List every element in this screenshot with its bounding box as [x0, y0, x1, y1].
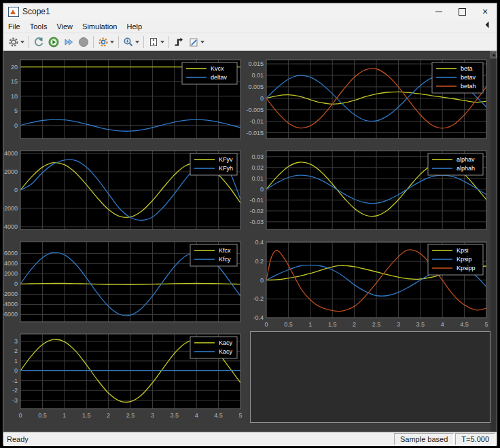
menu-help[interactable]: Help — [122, 20, 147, 33]
svg-text:2.5: 2.5 — [372, 321, 381, 328]
svg-text:5: 5 — [484, 321, 488, 328]
scroll-up-button[interactable] — [490, 51, 497, 58]
svg-text:0: 0 — [14, 280, 18, 287]
svg-text:-0.01: -0.01 — [249, 197, 264, 204]
trigger-step-icon — [173, 37, 184, 48]
svg-text:2.5: 2.5 — [126, 412, 135, 419]
scale-axes-button[interactable] — [146, 34, 166, 50]
measurements-button[interactable] — [186, 34, 207, 50]
run-icon — [48, 37, 59, 48]
svg-text:3: 3 — [151, 412, 154, 419]
plot-kvcx-deltav[interactable]: 05101520Kvcxdeltav — [3, 55, 247, 145]
svg-text:1: 1 — [14, 358, 18, 365]
svg-text:Kacy: Kacy — [219, 348, 233, 355]
scope-app-icon — [8, 7, 19, 17]
step-back-icon — [33, 37, 44, 48]
status-message: Ready — [3, 435, 394, 443]
scope-window: Scope1 × File Tools View Simulation Help — [3, 3, 497, 445]
minimize-button[interactable] — [427, 3, 450, 20]
plot-kfyv-kfyh[interactable]: -4000-2000020004000KFyvKFyh — [3, 146, 247, 236]
minimize-icon — [435, 12, 442, 12]
svg-text:-2000: -2000 — [3, 205, 18, 212]
svg-text:0: 0 — [260, 277, 264, 284]
svg-text:3: 3 — [397, 321, 400, 328]
pencil-pad-icon — [188, 37, 199, 48]
svg-text:deltav: deltav — [211, 74, 228, 81]
svg-text:0: 0 — [14, 187, 18, 193]
svg-text:Kpsi: Kpsi — [457, 247, 469, 254]
menu-simulation[interactable]: Simulation — [77, 20, 122, 33]
step-forward-icon — [63, 37, 74, 48]
plot-kpsi-kpsip-kpsipp[interactable]: -0.4-0.200.20.400.511.522.533.544.55Kpsi… — [245, 237, 491, 329]
svg-text:2: 2 — [14, 348, 18, 354]
svg-text:0.005: 0.005 — [248, 83, 264, 90]
zoom-button[interactable] — [121, 34, 141, 50]
svg-text:0.02: 0.02 — [251, 164, 264, 171]
screen: { "window": { "title": "Scope1" }, "menu… — [0, 0, 500, 448]
svg-text:1: 1 — [308, 321, 312, 328]
svg-text:5: 5 — [238, 412, 242, 419]
stop-button[interactable] — [76, 34, 91, 50]
window-title: Scope1 — [22, 7, 50, 16]
svg-text:0.2: 0.2 — [255, 258, 264, 265]
toolbar — [3, 33, 497, 51]
menu-view[interactable]: View — [52, 20, 77, 33]
maximize-icon — [459, 8, 466, 16]
svg-text:-0.4: -0.4 — [253, 314, 264, 321]
svg-text:betah: betah — [461, 83, 476, 90]
menu-tools[interactable]: Tools — [25, 20, 52, 33]
maximize-button[interactable] — [450, 3, 474, 20]
svg-text:3.5: 3.5 — [171, 412, 179, 419]
svg-text:KFyh: KFyh — [219, 165, 233, 172]
canvas-scrollbar[interactable] — [490, 51, 497, 432]
step-forward-button[interactable] — [61, 34, 76, 50]
svg-text:3: 3 — [14, 338, 18, 345]
plot-kacy[interactable]: -3-2-1012300.511.522.533.544.55KacyKacy — [3, 329, 247, 422]
dock-arrow-icon[interactable] — [486, 22, 493, 29]
svg-text:KFyv: KFyv — [219, 156, 233, 163]
svg-text:20: 20 — [11, 64, 18, 71]
svg-text:2: 2 — [353, 321, 356, 328]
empty-display-panel[interactable] — [250, 331, 490, 423]
svg-text:-0.02: -0.02 — [249, 208, 264, 214]
svg-text:0: 0 — [260, 186, 264, 193]
plot-kfcx-kfcy[interactable]: -6000-4000-20000200040006000KfcxKfcy — [3, 237, 247, 328]
svg-text:0: 0 — [14, 122, 18, 129]
svg-text:1: 1 — [62, 412, 66, 419]
svg-text:0.015: 0.015 — [248, 60, 264, 67]
svg-text:0: 0 — [18, 412, 22, 419]
svg-text:1.5: 1.5 — [328, 321, 337, 328]
svg-text:-3: -3 — [12, 397, 18, 404]
svg-text:4: 4 — [441, 321, 444, 328]
svg-text:-0.03: -0.03 — [249, 219, 264, 225]
plot-beta-betav-betah[interactable]: -0.015-0.01-0.00500.0050.010.015betabeta… — [245, 55, 491, 145]
svg-text:-0.015: -0.015 — [246, 130, 264, 136]
status-bar: Ready Sample based T=5.000 — [3, 432, 497, 446]
magnifier-icon — [123, 37, 134, 48]
svg-text:-0.005: -0.005 — [246, 107, 264, 113]
close-button[interactable]: × — [474, 3, 497, 20]
scale-axes-icon — [148, 37, 159, 48]
svg-text:-2: -2 — [12, 387, 18, 394]
svg-text:alphav: alphav — [457, 156, 475, 163]
svg-text:Kfcx: Kfcx — [219, 247, 231, 254]
svg-text:alphah: alphah — [457, 165, 475, 172]
menu-file[interactable]: File — [3, 20, 25, 33]
svg-text:Kpsip: Kpsip — [457, 256, 472, 263]
svg-text:1.5: 1.5 — [82, 412, 91, 419]
svg-text:0: 0 — [14, 367, 18, 374]
svg-text:-6000: -6000 — [3, 311, 18, 318]
dropdown-icon — [110, 41, 114, 43]
svg-text:0.03: 0.03 — [251, 153, 264, 160]
step-back-button[interactable] — [31, 34, 46, 50]
gear-icon — [8, 37, 19, 48]
simulink-parameters-button[interactable] — [96, 34, 116, 50]
run-button[interactable] — [46, 34, 61, 50]
trigger-button[interactable] — [171, 34, 186, 50]
plot-alphav-alphah[interactable]: -0.03-0.02-0.0100.010.020.03alphavalphah — [245, 146, 491, 236]
svg-text:-0.2: -0.2 — [253, 295, 264, 302]
svg-text:6000: 6000 — [4, 250, 18, 257]
svg-text:4: 4 — [195, 412, 198, 419]
scope-canvas: 05101520Kvcxdeltav -4000-2000020004000KF… — [3, 51, 497, 432]
settings-gear-button[interactable] — [6, 34, 26, 50]
